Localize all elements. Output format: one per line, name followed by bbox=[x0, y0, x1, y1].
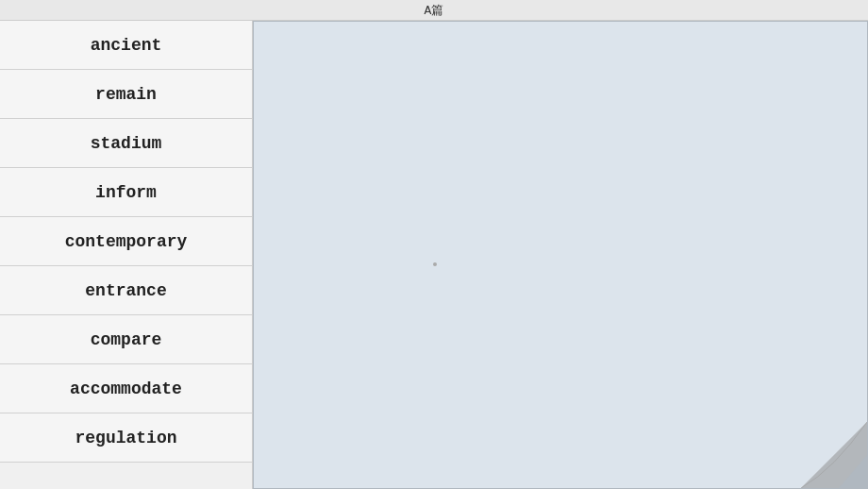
sidebar-item-label-stadium: stadium bbox=[91, 134, 162, 153]
right-panel bbox=[253, 21, 868, 489]
sidebar-item-stadium[interactable]: stadium bbox=[0, 119, 252, 168]
sidebar-item-label-ancient: ancient bbox=[91, 36, 162, 55]
sidebar-item-entrance[interactable]: entrance bbox=[0, 266, 252, 315]
left-panel: ancientremainstadiuminformcontemporaryen… bbox=[0, 21, 253, 489]
sidebar-item-label-compare: compare bbox=[91, 330, 162, 349]
sidebar-item-remain[interactable]: remain bbox=[0, 70, 252, 119]
sidebar-item-label-contemporary: contemporary bbox=[65, 232, 188, 251]
sidebar-item-label-inform: inform bbox=[95, 183, 157, 202]
sidebar-item-accommodate[interactable]: accommodate bbox=[0, 364, 252, 413]
sidebar-item-label-remain: remain bbox=[95, 85, 157, 104]
page-curl bbox=[801, 413, 867, 488]
sidebar-item-label-entrance: entrance bbox=[85, 281, 166, 300]
sidebar-item-contemporary[interactable]: contemporary bbox=[0, 217, 252, 266]
sidebar-item-inform[interactable]: inform bbox=[0, 168, 252, 217]
sidebar-item-label-regulation: regulation bbox=[75, 429, 176, 447]
sidebar-item-label-accommodate: accommodate bbox=[70, 379, 182, 398]
dot-indicator bbox=[433, 262, 437, 266]
sidebar-item-regulation[interactable]: regulation bbox=[0, 413, 252, 463]
sidebar-item-ancient[interactable]: ancient bbox=[0, 21, 252, 70]
top-bar: A篇 bbox=[0, 0, 868, 21]
sidebar-item-compare[interactable]: compare bbox=[0, 315, 252, 364]
page-title: A篇 bbox=[425, 2, 444, 19]
main-content: ancientremainstadiuminformcontemporaryen… bbox=[0, 21, 868, 489]
